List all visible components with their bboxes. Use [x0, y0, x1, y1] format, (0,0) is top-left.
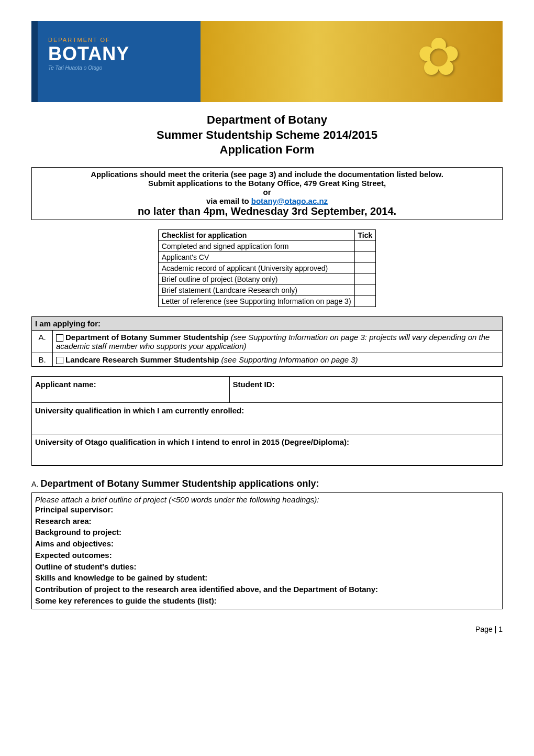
- tick-cell[interactable]: [354, 251, 376, 262]
- checkbox-icon[interactable]: [56, 357, 63, 364]
- outline-field: Some key references to guide the student…: [35, 595, 499, 607]
- outline-field: Aims and objectives:: [35, 538, 499, 550]
- option-content: Landcare Research Summer Studentship (se…: [53, 353, 503, 366]
- dept-label: DEPARTMENT OF: [48, 37, 129, 43]
- applicant-name-label: Applicant name:: [35, 380, 96, 389]
- outline-field: Research area:: [35, 516, 499, 527]
- header-banner: DEPARTMENT OF BOTANY Te Tari Huaota o Ot…: [31, 21, 503, 102]
- checklist-header: Checklist for application: [158, 229, 354, 240]
- applying-for-table: I am applying for: A. Department of Bota…: [31, 316, 503, 367]
- student-id-cell[interactable]: Student ID:: [229, 376, 502, 402]
- page-number: Page | 1: [31, 625, 503, 633]
- checklist-row: Brief statement (Landcare Research only): [158, 284, 376, 295]
- tick-cell[interactable]: [354, 295, 376, 306]
- title-line-1: Department of Botany: [31, 113, 503, 128]
- applying-option-row: B. Landcare Research Summer Studentship …: [32, 353, 503, 366]
- checklist-item: Brief statement (Landcare Research only): [158, 284, 354, 295]
- checklist-row: Brief outline of project (Botany only): [158, 273, 376, 284]
- section-letter: A.: [31, 480, 38, 488]
- option-content: Department of Botany Summer Studentship …: [53, 330, 503, 353]
- outline-field: Skills and knowledge to be gained by stu…: [35, 572, 499, 584]
- email-link[interactable]: botany@otago.ac.nz: [251, 196, 328, 205]
- outline-field: Contribution of project to the research …: [35, 584, 499, 595]
- tick-cell[interactable]: [354, 262, 376, 273]
- checklist-row: Academic record of applicant (University…: [158, 262, 376, 273]
- outline-field: Expected outcomes:: [35, 550, 499, 561]
- checklist-row: Completed and signed application form: [158, 240, 376, 251]
- tick-header: Tick: [354, 229, 376, 240]
- instructions-email-line: via email to botany@otago.ac.nz: [34, 196, 500, 205]
- checklist-item: Letter of reference (see Supporting Info…: [158, 295, 354, 306]
- email-prefix: via email to: [206, 196, 251, 205]
- document-title: Department of Botany Summer Studentship …: [31, 113, 503, 158]
- dept-subtitle: Te Tari Huaota o Otago: [48, 65, 129, 71]
- intend-qual-cell[interactable]: University of Otago qualification in whi…: [32, 434, 503, 465]
- dept-name: BOTANY: [48, 43, 129, 65]
- outline-field: Background to project:: [35, 527, 499, 538]
- instructions-line-2: Submit applications to the Botany Office…: [34, 179, 500, 188]
- instructions-line-1: Applications should meet the criteria (s…: [34, 170, 500, 179]
- option-italic: (see Supporting Information on page 3): [219, 355, 358, 364]
- tick-cell[interactable]: [354, 240, 376, 251]
- checklist-item: Completed and signed application form: [158, 240, 354, 251]
- section-a-heading: A. Department of Botany Summer Studentsh…: [31, 478, 503, 489]
- intend-qual-label: University of Otago qualification in whi…: [35, 437, 349, 446]
- current-qual-label: University qualification in which I am c…: [35, 406, 244, 415]
- tick-cell[interactable]: [354, 273, 376, 284]
- checklist-row: Letter of reference (see Supporting Info…: [158, 295, 376, 306]
- checklist-row: Applicant's CV: [158, 251, 376, 262]
- checklist-item: Brief outline of project (Botany only): [158, 273, 354, 284]
- department-logo: DEPARTMENT OF BOTANY Te Tari Huaota o Ot…: [48, 37, 129, 71]
- outline-field: Outline of student's duties:: [35, 561, 499, 573]
- flower-decoration-icon: ✿: [417, 26, 461, 87]
- option-letter: B.: [32, 353, 53, 366]
- student-id-label: Student ID:: [233, 380, 275, 389]
- applying-option-row: A. Department of Botany Summer Studentsh…: [32, 330, 503, 353]
- checklist-item: Academic record of applicant (University…: [158, 262, 354, 273]
- applying-header: I am applying for:: [32, 316, 503, 330]
- outline-intro: Please attach a brief outline of project…: [35, 495, 499, 504]
- option-bold: Landcare Research Summer Studentship: [65, 355, 219, 364]
- outline-field: Principal supervisor:: [35, 504, 499, 516]
- applicant-name-cell[interactable]: Applicant name:: [32, 376, 230, 402]
- instructions-or: or: [34, 188, 500, 196]
- current-qual-cell[interactable]: University qualification in which I am c…: [32, 402, 503, 434]
- instructions-box: Applications should meet the criteria (s…: [31, 167, 503, 220]
- section-heading-text: Department of Botany Summer Studentship …: [40, 478, 319, 489]
- checklist-table: Checklist for application Tick Completed…: [158, 229, 376, 307]
- project-outline-box: Please attach a brief outline of project…: [31, 492, 503, 609]
- option-bold: Department of Botany Summer Studentship: [65, 333, 229, 342]
- title-line-3: Application Form: [31, 143, 503, 158]
- option-letter: A.: [32, 330, 53, 353]
- tick-cell[interactable]: [354, 284, 376, 295]
- title-line-2: Summer Studentship Scheme 2014/2015: [31, 128, 503, 143]
- checkbox-icon[interactable]: [56, 334, 63, 342]
- applicant-info-table: Applicant name: Student ID: University q…: [31, 376, 503, 466]
- checklist-item: Applicant's CV: [158, 251, 354, 262]
- deadline-line: no later than 4pm, Wednesday 3rd Septemb…: [34, 205, 500, 217]
